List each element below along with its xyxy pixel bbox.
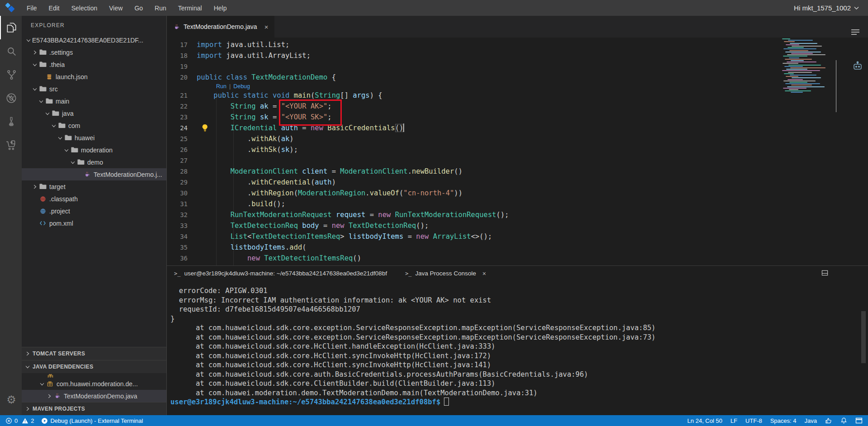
tree-item-java[interactable]: java bbox=[22, 107, 166, 119]
tree-item-launch-json[interactable]: launch.json bbox=[22, 71, 166, 83]
code-line-36[interactable]: 36 new TextDetectionItemsReq() bbox=[167, 253, 868, 264]
tree-item-moderation[interactable]: moderation bbox=[22, 144, 166, 156]
menu-item-view[interactable]: View bbox=[103, 5, 128, 12]
code-line-23[interactable]: 23 String sk = "<YOUR SK>"; bbox=[167, 112, 868, 123]
menu-item-edit[interactable]: Edit bbox=[43, 5, 66, 12]
indent-guide bbox=[216, 92, 217, 266]
run-icon bbox=[41, 417, 48, 424]
chevron-right-icon bbox=[24, 350, 32, 357]
user-greeting[interactable]: Hi mkt_1575_1002 bbox=[794, 4, 859, 12]
code-line-21[interactable]: 21 public static void main(String[] args… bbox=[167, 90, 868, 101]
token-pl bbox=[197, 102, 231, 110]
notifications-bell-icon[interactable] bbox=[840, 417, 847, 424]
terminal-tab-shell[interactable]: >_ user@e3r189cjk4dluw3-machine: ~/e5743… bbox=[174, 270, 387, 277]
feedback-thumbs-up-icon[interactable] bbox=[825, 417, 832, 424]
tree-item-demo[interactable]: demo bbox=[22, 156, 166, 168]
activity-search-button[interactable] bbox=[0, 39, 22, 63]
minimap-line bbox=[784, 73, 794, 74]
problems-indicator[interactable]: 0 2 bbox=[5, 417, 34, 424]
activity-debug-button[interactable] bbox=[0, 86, 22, 110]
activity-source-control-button[interactable] bbox=[0, 63, 22, 86]
code-line-24[interactable]: 24 ICredential auth = new BasicCredentia… bbox=[167, 123, 868, 133]
minimap-line bbox=[783, 88, 807, 89]
section-tomcat-servers[interactable]: TOMCAT SERVERS bbox=[22, 347, 166, 360]
activity-extensions-button[interactable] bbox=[0, 133, 22, 157]
tree-item-textmoderationdemo-j-[interactable]: TextModerationDemo.j... bbox=[22, 168, 166, 180]
open-editors-list-button[interactable] bbox=[851, 28, 860, 36]
code-line-22[interactable]: 22 String ak = "<YOUR AK>"; bbox=[167, 101, 868, 112]
tab-textmoderationdemo[interactable]: TextModerationDemo.java × bbox=[167, 16, 274, 38]
settings-button[interactable]: ⚙ bbox=[0, 388, 22, 412]
folder-icon bbox=[38, 184, 47, 189]
tree-item--theia[interactable]: .theia bbox=[22, 58, 166, 71]
tree-item-e5743bba242147638ea0ed3e21df-[interactable]: E5743BBA242147638EA0ED3E21DF... bbox=[22, 34, 166, 46]
code-line-19[interactable]: 19 bbox=[167, 61, 868, 72]
dependency-item-textmoderationdemo-java[interactable]: TextModerationDemo.java bbox=[22, 390, 166, 402]
minimap[interactable] bbox=[782, 38, 833, 95]
code-line-17[interactable]: 17import java.util.List; bbox=[167, 39, 868, 50]
folder-icon bbox=[38, 62, 47, 67]
codelens-separator: | bbox=[226, 83, 233, 90]
code-editor[interactable]: 17import java.util.List;18import java.ut… bbox=[167, 38, 868, 266]
code-line-30[interactable]: 30 .withRegion(ModerationRegion.valueOf(… bbox=[167, 188, 868, 199]
search-icon bbox=[6, 46, 17, 57]
token-kw: class bbox=[226, 73, 247, 81]
code-text: new TextDetectionItemsReq() bbox=[197, 253, 361, 264]
tree-item-com[interactable]: com bbox=[22, 119, 166, 132]
close-icon[interactable]: × bbox=[482, 270, 486, 277]
tree-item-pom-xml[interactable]: pom.xml bbox=[22, 217, 166, 229]
menu-item-help[interactable]: Help bbox=[208, 5, 233, 12]
language-indicator[interactable]: Java bbox=[805, 417, 817, 424]
tab-close-icon[interactable]: × bbox=[264, 23, 269, 31]
tree-item-label: TextModerationDemo.java bbox=[64, 393, 137, 400]
section-java-dependencies[interactable]: JAVA DEPENDENCIES bbox=[22, 360, 166, 373]
activity-explorer-button[interactable] bbox=[0, 16, 22, 39]
codelens-debug-link[interactable]: Debug bbox=[233, 83, 250, 90]
tree-item-target[interactable]: target bbox=[22, 180, 166, 193]
terminal-scrollbar[interactable] bbox=[861, 311, 866, 363]
token-kw: void bbox=[273, 91, 289, 99]
code-line-18[interactable]: 18import java.util.ArrayList; bbox=[167, 50, 868, 61]
cursor-position[interactable]: Ln 24, Col 50 bbox=[687, 417, 722, 424]
menu-item-file[interactable]: File bbox=[21, 5, 43, 12]
dependency-item-com-huawei-moderation-de-[interactable]: com.huawei.moderation.de... bbox=[22, 378, 166, 390]
code-line-35[interactable]: 35 listbodyItems.add( bbox=[167, 242, 868, 253]
layout-panel-icon[interactable] bbox=[855, 417, 863, 424]
tree-item--project[interactable]: .project bbox=[22, 205, 166, 217]
terminal-output[interactable]: errorCode: APIGW.0301 errorMsg: Incorrec… bbox=[167, 281, 868, 415]
code-line-27[interactable]: 27 bbox=[167, 155, 868, 166]
token-fn: withCredential bbox=[251, 178, 311, 186]
tree-item-label: target bbox=[49, 183, 66, 190]
tree-item--classpath[interactable]: .classpath bbox=[22, 193, 166, 205]
code-line-26[interactable]: 26 .withSk(sk); bbox=[167, 144, 868, 155]
encoding-indicator[interactable]: UTF-8 bbox=[745, 417, 762, 424]
minimap-line bbox=[786, 44, 799, 45]
code-line-29[interactable]: 29 .withCredential(auth) bbox=[167, 177, 868, 188]
menu-item-selection[interactable]: Selection bbox=[66, 5, 104, 12]
menu-item-go[interactable]: Go bbox=[128, 5, 149, 12]
eol-indicator[interactable]: LF bbox=[731, 417, 737, 424]
codelens-run-link[interactable]: Run bbox=[216, 83, 226, 90]
terminal-tab-java-console[interactable]: >_ Java Process Console × bbox=[405, 270, 486, 277]
menu-item-run[interactable]: Run bbox=[149, 5, 172, 12]
code-line-31[interactable]: 31 .build(); bbox=[167, 199, 868, 209]
code-line-34[interactable]: 34 List<TextDetectionItemsReq> listbodyI… bbox=[167, 231, 868, 242]
indentation-indicator[interactable]: Spaces: 4 bbox=[770, 417, 797, 424]
code-line-20[interactable]: 20public class TextModerationDemo { bbox=[167, 72, 868, 83]
debug-launch-indicator[interactable]: Debug (Launch) - External Terminal bbox=[41, 417, 143, 424]
code-line-33[interactable]: 33 TextDetectionReq body = new TextDetec… bbox=[167, 220, 868, 231]
tree-item-src[interactable]: src bbox=[22, 83, 166, 95]
tree-item-main[interactable]: main bbox=[22, 95, 166, 107]
panel-maximize-button[interactable] bbox=[821, 270, 828, 278]
code-line-28[interactable]: 28 ModerationClient client = ModerationC… bbox=[167, 166, 868, 177]
activity-test-button[interactable] bbox=[0, 110, 22, 133]
menu-item-terminal[interactable]: Terminal bbox=[172, 5, 208, 12]
line-number: 21 bbox=[167, 92, 197, 99]
section-maven-projects[interactable]: MAVEN PROJECTS bbox=[22, 402, 166, 415]
code-line-25[interactable]: 25 .withAk(ak) bbox=[167, 133, 868, 144]
folder-icon bbox=[76, 159, 85, 165]
lightbulb-icon[interactable] bbox=[201, 123, 208, 133]
code-line-32[interactable]: 32 RunTextModerationRequest request = ne… bbox=[167, 209, 868, 220]
tree-item--settings[interactable]: .settings bbox=[22, 46, 166, 58]
tree-item-huawei[interactable]: huawei bbox=[22, 132, 166, 144]
